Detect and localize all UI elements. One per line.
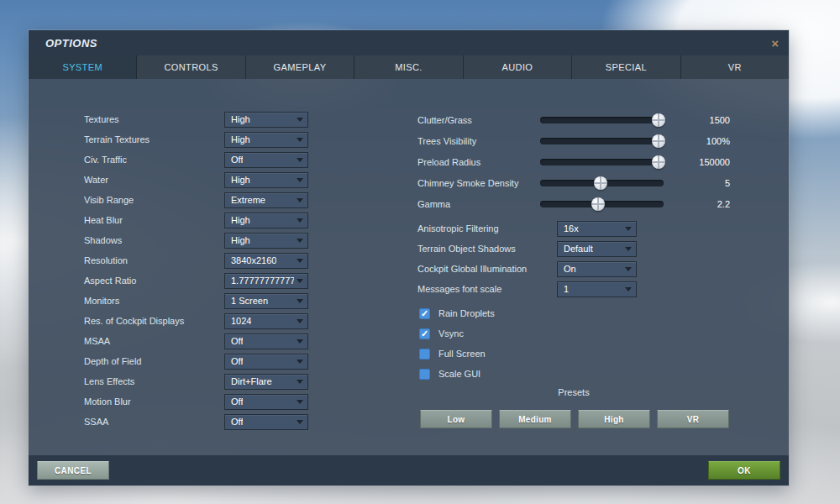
- setting-label: Messages font scale: [417, 284, 557, 294]
- anisotropic-filtering-dropdown[interactable]: 16x: [557, 221, 637, 237]
- terrain-object-shadows-dropdown[interactable]: Default: [557, 241, 637, 257]
- chevron-down-icon: [297, 218, 303, 223]
- gamma-slider[interactable]: [540, 201, 664, 207]
- setting-row-water: Water High: [84, 170, 308, 190]
- setting-row-terrain-object-shadows: Terrain Object Shadows Default: [417, 239, 730, 259]
- motion-blur-dropdown[interactable]: Off: [224, 394, 308, 410]
- setting-label: Chimney Smoke Density: [417, 178, 540, 188]
- checkbox-label: Scale GUI: [438, 369, 480, 379]
- tab-misc[interactable]: MISC.: [354, 55, 463, 79]
- checkbox-label: Full Screen: [438, 349, 486, 359]
- chevron-down-icon: [297, 198, 303, 202]
- slider-handle[interactable]: [652, 155, 665, 169]
- setting-row-lens-effects: Lens Effects Dirt+Flare: [84, 371, 308, 391]
- chevron-down-icon: [297, 279, 303, 283]
- full-screen-checkbox[interactable]: ✓: [419, 349, 430, 360]
- presets-button-row: Low Medium High VR: [417, 410, 730, 428]
- trees-visibility-slider[interactable]: [540, 138, 664, 144]
- textures-dropdown[interactable]: High: [224, 112, 308, 128]
- setting-label: Terrain Textures: [84, 134, 224, 144]
- water-dropdown[interactable]: High: [224, 172, 308, 188]
- chevron-down-icon: [297, 339, 303, 344]
- checkbox-row-scale-gui: ✓ Scale GUI: [417, 364, 730, 384]
- messages-font-scale-dropdown[interactable]: 1: [557, 281, 637, 297]
- ok-button[interactable]: OK: [708, 461, 780, 480]
- tab-gameplay[interactable]: GAMEPLAY: [246, 55, 354, 79]
- preload-radius-slider[interactable]: [540, 159, 664, 165]
- rain-droplets-checkbox[interactable]: ✓: [419, 308, 430, 319]
- preset-vr-button[interactable]: VR: [657, 410, 729, 428]
- tab-system[interactable]: SYSTEM: [29, 55, 137, 79]
- cockpit-displays-dropdown[interactable]: 1024: [224, 313, 308, 329]
- slider-value: 5: [664, 178, 730, 188]
- terrain-textures-dropdown[interactable]: High: [224, 132, 308, 148]
- setting-row-motion-blur: Motion Blur Off: [84, 391, 308, 412]
- setting-row-anisotropic: Anisotropic Filtering 16x: [417, 218, 730, 239]
- shadows-dropdown[interactable]: High: [224, 233, 308, 249]
- preset-high-button[interactable]: High: [578, 410, 650, 428]
- visib-range-dropdown[interactable]: Extreme: [224, 192, 308, 208]
- slider-handle[interactable]: [594, 176, 607, 190]
- depth-of-field-dropdown[interactable]: Off: [224, 354, 308, 370]
- setting-row-textures: Textures High: [84, 109, 308, 129]
- tab-special[interactable]: SPECIAL: [572, 55, 680, 79]
- cancel-button[interactable]: CANCEL: [37, 461, 109, 480]
- tab-bar: SYSTEM CONTROLS GAMEPLAY MISC. AUDIO SPE…: [29, 55, 789, 79]
- slider-handle[interactable]: [591, 197, 605, 211]
- cockpit-global-illumination-dropdown[interactable]: On: [557, 261, 637, 277]
- setting-label: Trees Visibility: [417, 136, 540, 146]
- chevron-down-icon: [297, 138, 303, 142]
- left-settings-column: Textures High Terrain Textures High Civ.…: [84, 109, 308, 432]
- checkbox-label: Rain Droplets: [438, 308, 495, 318]
- monitors-dropdown[interactable]: 1 Screen: [224, 293, 308, 309]
- slider-handle[interactable]: [652, 113, 665, 127]
- setting-label: Preload Radius: [417, 157, 540, 167]
- setting-row-civ-traffic: Civ. Traffic Off: [84, 150, 308, 170]
- lens-effects-dropdown[interactable]: Dirt+Flare: [224, 374, 308, 390]
- slider-row-chimney-smoke: Chimney Smoke Density 5: [417, 172, 730, 193]
- vsync-checkbox[interactable]: ✓: [419, 328, 430, 339]
- setting-row-terrain-textures: Terrain Textures High: [84, 129, 308, 150]
- chevron-down-icon: [297, 259, 303, 263]
- setting-label: Shadows: [84, 235, 224, 245]
- heat-blur-dropdown[interactable]: High: [224, 213, 308, 228]
- setting-label: Civ. Traffic: [84, 155, 224, 165]
- setting-label: Aspect Ratio: [84, 276, 224, 286]
- slider-row-trees-visibility: Trees Visibility 100%: [417, 130, 730, 151]
- preset-medium-button[interactable]: Medium: [499, 410, 571, 428]
- page-title: OPTIONS: [45, 37, 97, 50]
- setting-label: Monitors: [84, 296, 224, 306]
- resolution-dropdown[interactable]: 3840x2160: [224, 253, 308, 269]
- tab-audio[interactable]: AUDIO: [464, 55, 572, 79]
- chimney-smoke-slider[interactable]: [540, 180, 664, 186]
- setting-label: Resolution: [84, 255, 224, 265]
- chevron-down-icon: [625, 287, 632, 291]
- aspect-ratio-dropdown[interactable]: 1.7777777777778: [224, 273, 308, 289]
- scale-gui-checkbox[interactable]: ✓: [419, 369, 430, 380]
- tab-vr[interactable]: VR: [681, 55, 789, 79]
- ssaa-dropdown[interactable]: Off: [224, 414, 308, 430]
- chevron-down-icon: [625, 267, 632, 271]
- msaa-dropdown[interactable]: Off: [224, 333, 308, 349]
- clutter-grass-slider[interactable]: [540, 117, 664, 123]
- preset-low-button[interactable]: Low: [420, 410, 492, 428]
- chevron-down-icon: [297, 178, 303, 182]
- setting-row-heat-blur: Heat Blur High: [84, 210, 308, 230]
- checkbox-label: Vsync: [438, 328, 464, 339]
- setting-row-shadows: Shadows High: [84, 230, 308, 250]
- check-icon: ✓: [421, 329, 428, 339]
- setting-label: Terrain Object Shadows: [417, 244, 557, 254]
- slider-handle[interactable]: [652, 134, 665, 148]
- civ-traffic-dropdown[interactable]: Off: [224, 152, 308, 168]
- slider-row-clutter-grass: Clutter/Grass 1500: [417, 109, 730, 130]
- setting-label: Lens Effects: [84, 376, 224, 386]
- close-icon[interactable]: ×: [771, 37, 779, 50]
- setting-row-messages-font-scale: Messages font scale 1: [417, 279, 730, 299]
- slider-value: 1500: [664, 115, 730, 125]
- right-settings-column: Clutter/Grass 1500 Trees Visibility 100%…: [417, 109, 730, 428]
- check-icon: ✓: [421, 309, 428, 318]
- chevron-down-icon: [625, 247, 632, 251]
- tab-controls[interactable]: CONTROLS: [137, 55, 245, 79]
- setting-label: Textures: [84, 114, 224, 124]
- checkbox-row-rain-droplets: ✓ Rain Droplets: [417, 303, 730, 323]
